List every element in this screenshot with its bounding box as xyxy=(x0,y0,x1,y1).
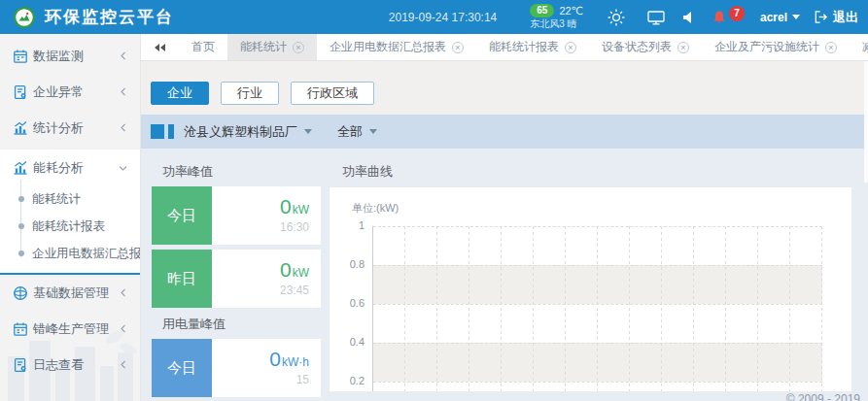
sidebar-item-label: 错峰生产管理 xyxy=(33,320,109,338)
tab-label: 企业及产污设施统计 xyxy=(714,39,819,55)
caret-down-icon xyxy=(792,15,800,19)
tab-bar: 首页 能耗统计 × 企业用电数据汇总报表 × 能耗统计报表 × 设备状态列表 ×… xyxy=(141,34,868,61)
card-value: 0 xyxy=(280,195,292,217)
content-area: 功率峰值 今日 0kW 16:30 昨日 0kW xyxy=(141,149,868,401)
sidebar-item-statistics-analysis[interactable]: 统计分析 xyxy=(0,110,140,146)
company-select-value: 沧县义辉塑料制品厂 xyxy=(184,123,297,141)
administrative-region-button[interactable]: 行政区域 xyxy=(291,82,374,105)
chart-title: 功率曲线 xyxy=(342,163,852,181)
sidebar-item-label: 数据监测 xyxy=(33,48,84,65)
y-axis-tick: 1 xyxy=(333,219,365,231)
tab-enterprise-pollution-statistics[interactable]: 企业及产污设施统计 × xyxy=(702,34,850,60)
tab-close-icon[interactable]: × xyxy=(565,42,576,53)
scope-select[interactable]: 全部 xyxy=(337,123,377,141)
enterprise-button[interactable]: 企业 xyxy=(151,82,209,105)
main-area: 首页 能耗统计 × 企业用电数据汇总报表 × 能耗统计报表 × 设备状态列表 ×… xyxy=(141,34,868,401)
card-unit: kW xyxy=(293,266,309,280)
caret-down-icon xyxy=(304,129,312,134)
copyright-text: © 2009 - 2019 xyxy=(786,392,860,401)
caret-down-icon xyxy=(369,129,377,134)
tab-close-icon[interactable]: × xyxy=(452,42,464,53)
chart-plot-area xyxy=(372,226,822,392)
button-label: 行业 xyxy=(237,84,262,102)
monitor-icon[interactable] xyxy=(647,10,665,25)
card-time: 16:30 xyxy=(212,220,309,234)
sidebar-item-log-view[interactable]: 日志查看 xyxy=(0,347,140,383)
tab-label: 企业用电数据汇总报表 xyxy=(330,39,446,55)
power-peak-title: 功率峰值 xyxy=(162,163,321,181)
chevron-left-icon xyxy=(120,123,127,132)
bullet-icon xyxy=(18,251,24,256)
card-unit: kW xyxy=(293,203,309,217)
header: 环保监控云平台 2019-09-24 17:30:14 65 22℃ 东北风3 … xyxy=(0,0,868,34)
bell-icon xyxy=(712,10,727,25)
calendar-icon xyxy=(13,49,28,64)
toolbar: 企业 行业 行政区域 xyxy=(141,61,868,115)
tab-scroll-left-icon[interactable] xyxy=(141,34,179,60)
username-label: acrel xyxy=(760,11,787,24)
temperature-label: 22℃ xyxy=(559,5,583,17)
industry-button[interactable]: 行业 xyxy=(221,82,279,105)
aqi-badge: 65 xyxy=(530,4,554,17)
card-unit: kW·h xyxy=(282,355,309,369)
sidebar-subitem-label: 能耗统计 xyxy=(32,191,81,208)
logout-icon xyxy=(814,10,828,24)
sun-icon xyxy=(607,8,626,27)
chevron-down-icon xyxy=(119,164,127,172)
sidebar-item-label: 能耗分析 xyxy=(33,159,84,177)
chevron-left-icon xyxy=(120,87,127,96)
peak-cards-column: 功率峰值 今日 0kW 16:30 昨日 0kW xyxy=(152,149,321,401)
tab-label: 首页 xyxy=(191,39,215,55)
y-axis-tick: 0.8 xyxy=(333,258,365,270)
sidebar-item-label: 日志查看 xyxy=(33,356,84,374)
sidebar-subitem-label: 能耗统计报表 xyxy=(32,218,105,235)
app-logo-icon xyxy=(14,7,35,28)
logout-button[interactable]: 退出 xyxy=(814,9,858,26)
tab-energy-statistics[interactable]: 能耗统计 × xyxy=(227,34,317,60)
tab-label: 能耗统计报表 xyxy=(489,39,559,55)
company-select[interactable]: 沧县义辉塑料制品厂 xyxy=(184,123,312,141)
bullet-icon xyxy=(18,223,24,229)
tab-reduction-analysis[interactable]: 减产减排分析 × xyxy=(850,34,868,60)
sidebar-item-label: 企业异常 xyxy=(33,84,84,101)
tab-home[interactable]: 首页 xyxy=(179,34,227,60)
sidebar-subitem-energy-statistics[interactable]: 能耗统计 xyxy=(0,185,140,213)
scope-select-value: 全部 xyxy=(337,123,363,141)
sidebar-item-staggered-production[interactable]: 错峰生产管理 xyxy=(0,311,140,347)
document-gear-icon xyxy=(13,357,28,373)
card-time: 15 xyxy=(212,373,309,386)
sidebar-subitem-energy-report[interactable]: 能耗统计报表 xyxy=(0,213,140,240)
sidebar-item-data-monitoring[interactable]: 数据监测 xyxy=(0,38,140,74)
tab-label: 设备状态列表 xyxy=(602,39,672,55)
sidebar-item-energy-analysis[interactable]: 能耗分析 xyxy=(0,150,140,185)
y-axis-tick: 0.4 xyxy=(333,336,365,348)
bullet-icon xyxy=(18,196,24,202)
notifications[interactable]: 7 xyxy=(712,10,745,25)
y-axis-tick: 0.6 xyxy=(333,297,365,309)
document-gear-icon xyxy=(13,84,28,100)
card-time: 23:45 xyxy=(212,284,309,297)
scrollbar[interactable] xyxy=(864,61,868,183)
sidebar-item-enterprise-anomaly[interactable]: 企业异常 xyxy=(0,74,140,110)
energy-peak-title: 用电量峰值 xyxy=(162,316,321,333)
user-menu[interactable]: acrel xyxy=(760,11,800,24)
bar-chart-icon xyxy=(13,120,28,136)
tab-energy-report[interactable]: 能耗统计报表 × xyxy=(476,34,589,60)
card-day-label: 今日 xyxy=(152,186,212,245)
logout-label: 退出 xyxy=(833,9,858,26)
tab-close-icon[interactable]: × xyxy=(825,42,837,53)
speaker-icon[interactable] xyxy=(682,11,694,24)
tab-close-icon[interactable]: × xyxy=(677,42,689,53)
card-day-label: 昨日 xyxy=(152,250,212,308)
sidebar-subitem-enterprise-power-summary[interactable]: 企业用电数据汇总报表 xyxy=(0,240,140,267)
weather-info: 65 22℃ 东北风3 晴 xyxy=(530,4,583,30)
tab-label: 减产减排分析 xyxy=(862,39,868,55)
power-curve-column: 功率曲线 单位:(kW) 1 0.8 0.6 0.4 0.2 xyxy=(329,149,852,392)
tab-device-status-list[interactable]: 设备状态列表 × xyxy=(589,34,702,60)
chevron-left-icon xyxy=(120,360,127,369)
tab-close-icon[interactable]: × xyxy=(293,42,304,53)
sidebar-item-basic-data-management[interactable]: 基础数据管理 xyxy=(0,275,140,311)
tab-enterprise-power-summary[interactable]: 企业用电数据汇总报表 × xyxy=(317,34,476,60)
chart-vertical-gridlines xyxy=(373,226,823,392)
chevron-left-icon xyxy=(120,324,127,333)
